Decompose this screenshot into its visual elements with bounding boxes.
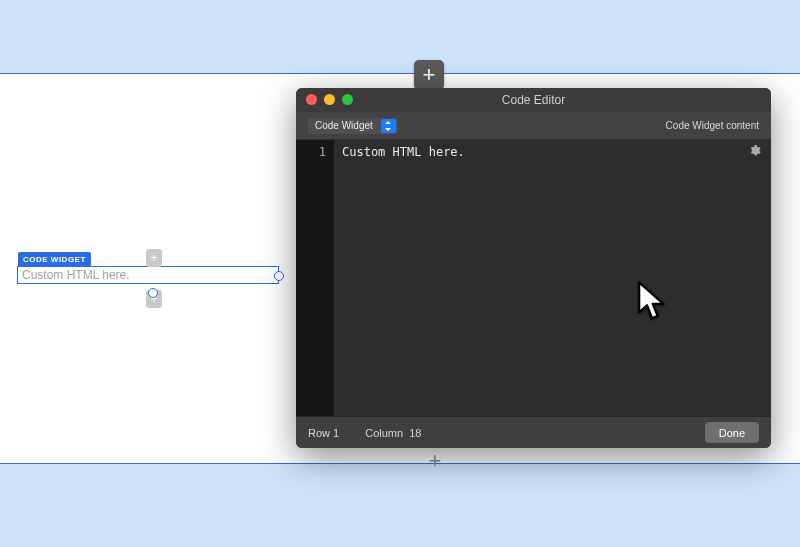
status-row: Row 1 — [308, 427, 339, 439]
code-area: 1 Custom HTML here. — [296, 140, 771, 416]
insert-above-button[interactable]: + — [146, 249, 162, 267]
code-textarea[interactable]: Custom HTML here. — [334, 140, 771, 416]
canvas-top-band — [0, 0, 800, 74]
plus-icon: + — [423, 62, 436, 88]
widget-preview-text: Custom HTML here. — [22, 268, 130, 282]
plus-icon: + — [150, 251, 157, 265]
done-button[interactable]: Done — [705, 422, 759, 443]
gear-icon[interactable] — [748, 144, 761, 160]
resize-handle-bottom[interactable] — [148, 288, 158, 298]
context-label: Code Widget content — [666, 120, 759, 131]
window-titlebar[interactable]: Code Editor — [296, 88, 771, 112]
chevron-up-down-icon — [381, 119, 396, 133]
resize-handle-right[interactable] — [274, 271, 284, 281]
add-row-button-top[interactable]: + — [414, 60, 444, 90]
done-label: Done — [719, 427, 745, 439]
plus-icon: + — [429, 448, 442, 474]
dropdown-value: Code Widget — [315, 120, 373, 131]
canvas-bottom-band — [0, 463, 800, 547]
code-widget-preview[interactable]: Custom HTML here. — [17, 266, 279, 284]
line-number: 1 — [296, 145, 326, 159]
minimize-icon[interactable] — [324, 94, 335, 105]
cursor-icon — [636, 281, 668, 325]
window-traffic-lights — [306, 94, 353, 105]
close-icon[interactable] — [306, 94, 317, 105]
status-column: Column 18 — [365, 427, 421, 439]
editor-toolbar: Code Widget Code Widget content — [296, 112, 771, 140]
code-editor-window: Code Editor Code Widget Code Widget cont… — [296, 88, 771, 448]
zoom-icon[interactable] — [342, 94, 353, 105]
add-row-button-bottom[interactable]: + — [420, 446, 450, 476]
target-dropdown[interactable]: Code Widget — [308, 118, 398, 134]
editor-statusbar: Row 1 Column 18 Done — [296, 416, 771, 448]
selection-type-badge: CODE WIDGET — [18, 252, 91, 267]
line-gutter: 1 — [296, 140, 334, 416]
code-line: Custom HTML here. — [342, 145, 465, 159]
window-title: Code Editor — [296, 93, 771, 107]
